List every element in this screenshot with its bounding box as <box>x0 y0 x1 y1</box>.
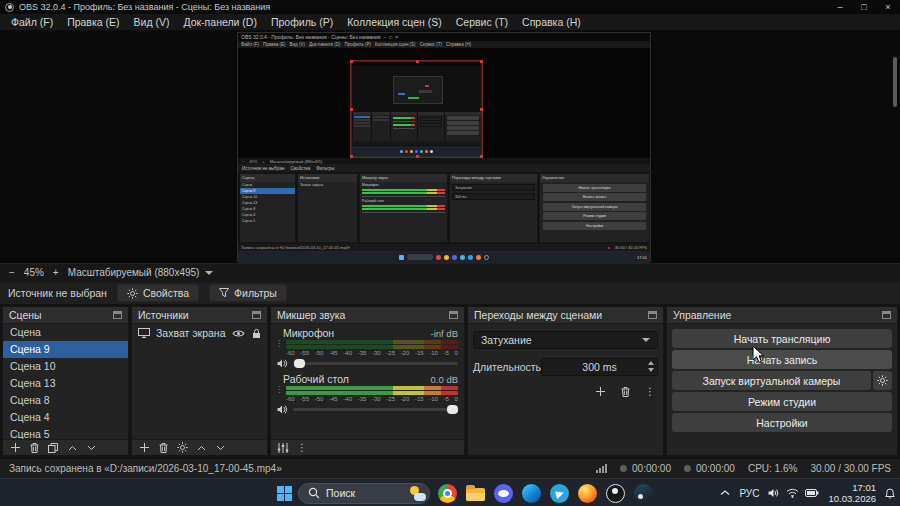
eye-icon[interactable] <box>232 329 245 338</box>
search-placeholder-label: Поиск <box>326 487 355 499</box>
taskbar-search[interactable]: Поиск <box>298 483 430 504</box>
tray-chevron-up-icon[interactable] <box>720 490 730 496</box>
scene-item-selected[interactable]: Сцена 9 <box>3 341 128 358</box>
clock-time: 17:01 <box>852 482 876 493</box>
menu-item-profile[interactable]: Профиль (P) <box>264 16 340 28</box>
add-source-button[interactable] <box>136 441 152 454</box>
scene-item[interactable]: Сцена 13 <box>3 375 128 392</box>
speaker-icon[interactable] <box>277 359 288 368</box>
minimize-button[interactable]: – <box>828 0 852 14</box>
move-scene-up-button[interactable] <box>64 441 80 454</box>
capture-detail <box>430 150 433 153</box>
chevron-down-icon <box>642 338 650 342</box>
zoom-in-button[interactable]: + <box>53 267 59 278</box>
move-source-up-button[interactable] <box>193 441 209 454</box>
menu-item-tools[interactable]: Сервис (T) <box>449 16 515 28</box>
scene-item[interactable]: Сцена 4 <box>3 409 128 426</box>
preview-scrollbar[interactable] <box>893 57 897 107</box>
maximize-button[interactable]: □ <box>852 0 876 14</box>
menu-item-scene-collection[interactable]: Коллекция сцен (S) <box>340 16 449 28</box>
transition-select[interactable]: Затухание <box>473 331 658 349</box>
wifi-icon[interactable] <box>786 488 799 498</box>
discord-icon[interactable] <box>492 482 514 504</box>
lock-icon[interactable] <box>252 328 261 339</box>
volume-icon[interactable] <box>768 488 780 498</box>
start-streaming-button[interactable]: Начать трансляцию <box>672 329 892 348</box>
system-tray-icons[interactable] <box>768 488 819 498</box>
capture-canvas-mode: Масштабируемый (880x495) <box>270 159 323 164</box>
remove-scene-button[interactable] <box>26 441 42 454</box>
scene-item[interactable]: Сцена 8 <box>3 392 128 409</box>
remove-transition-button[interactable] <box>617 385 633 398</box>
spin-up-icon[interactable] <box>648 361 654 365</box>
scene-item[interactable]: Сцена <box>3 324 128 341</box>
edge-icon[interactable] <box>520 482 542 504</box>
scale-tick: -60 <box>286 396 295 402</box>
file-explorer-icon[interactable] <box>464 482 486 504</box>
volume-slider[interactable] <box>293 408 458 411</box>
dock-float-icon[interactable] <box>252 311 261 319</box>
speaker-icon[interactable] <box>277 405 288 414</box>
dock-float-icon[interactable] <box>449 311 458 319</box>
menu-item-file[interactable]: Файл (F) <box>4 16 60 28</box>
add-scene-button[interactable] <box>7 441 23 454</box>
dock-float-icon[interactable] <box>882 311 891 319</box>
source-properties-button[interactable] <box>174 441 190 454</box>
transition-menu-button[interactable]: ⋮ <box>642 385 658 398</box>
settings-button[interactable]: Настройки <box>672 413 892 432</box>
remove-source-button[interactable] <box>155 441 171 454</box>
transitions-actions: ⋮ <box>473 385 658 398</box>
channel-grip-icon[interactable]: ⋮ <box>275 386 282 402</box>
steam-icon[interactable] <box>632 482 654 504</box>
meter-scale: -60-55-50-45-40-35-30-25-20-15-10-50 <box>286 350 458 356</box>
dock-float-icon[interactable] <box>113 311 122 319</box>
properties-button[interactable]: Свойства <box>117 284 199 302</box>
capture-detail <box>362 205 445 207</box>
capture-window-title: OBS 32.0.4 - Профиль: Без названия - Сце… <box>241 34 381 40</box>
virtual-camera-settings-button[interactable] <box>873 371 892 390</box>
mixer-menu-button[interactable]: ⋮ <box>294 441 310 454</box>
start-button[interactable] <box>277 486 292 501</box>
scale-tick: -55 <box>300 396 309 402</box>
preview-scale-selector[interactable]: Масштабируемый (880x495) <box>68 267 214 278</box>
channel-grip-icon[interactable]: ⋮ <box>275 340 282 356</box>
menu-item-edit[interactable]: Правка (E) <box>60 16 126 28</box>
start-recording-button[interactable]: Начать запись <box>672 350 892 369</box>
capture-detail <box>445 112 481 142</box>
duration-spinner[interactable]: 300 ms <box>541 358 658 376</box>
mixer-settings-icon[interactable] <box>275 441 291 454</box>
notification-bell-icon[interactable] <box>885 488 895 499</box>
stream-time-value: 00:00:00 <box>632 463 671 474</box>
preview-canvas[interactable]: OBS 32.0.4 - Профиль: Без названия - Сце… <box>0 30 900 263</box>
volume-slider[interactable] <box>293 362 458 365</box>
dock-float-icon[interactable] <box>648 311 657 319</box>
language-indicator[interactable]: РУС <box>739 488 759 499</box>
start-virtual-camera-button[interactable]: Запуск виртуальной камеры <box>672 371 871 390</box>
filters-button[interactable]: Фильтры <box>209 284 287 302</box>
menu-item-view[interactable]: Вид (V) <box>127 16 177 28</box>
taskbar-clock[interactable]: 17:01 10.03.2026 <box>828 482 876 504</box>
move-scene-down-button[interactable] <box>83 441 99 454</box>
studio-mode-button[interactable]: Режим студии <box>672 392 892 411</box>
spin-down-icon[interactable] <box>648 368 654 372</box>
scene-item[interactable]: Сцена 5 <box>3 426 128 439</box>
menu-item-help[interactable]: Справка (H) <box>515 16 588 28</box>
battery-icon[interactable] <box>805 489 819 497</box>
weather-icon[interactable] <box>409 485 426 502</box>
menu-item-docks[interactable]: Док-панели (D) <box>176 16 263 28</box>
close-button[interactable]: × <box>876 0 900 14</box>
telegram-icon[interactable] <box>548 482 570 504</box>
spinner-arrows <box>648 361 654 372</box>
move-source-down-button[interactable] <box>212 441 228 454</box>
source-item[interactable]: Захват экрана <box>132 324 267 342</box>
duplicate-scene-button[interactable] <box>45 441 61 454</box>
chrome-icon[interactable] <box>436 482 458 504</box>
slider-knob[interactable] <box>447 405 458 414</box>
zoom-out-button[interactable]: − <box>9 267 15 278</box>
firefox-icon[interactable] <box>576 482 598 504</box>
add-transition-button[interactable] <box>592 385 608 398</box>
slider-knob[interactable] <box>294 359 305 368</box>
obs-taskbar-icon[interactable] <box>604 482 626 504</box>
selection-handle <box>416 155 419 158</box>
scene-item[interactable]: Сцена 10 <box>3 358 128 375</box>
